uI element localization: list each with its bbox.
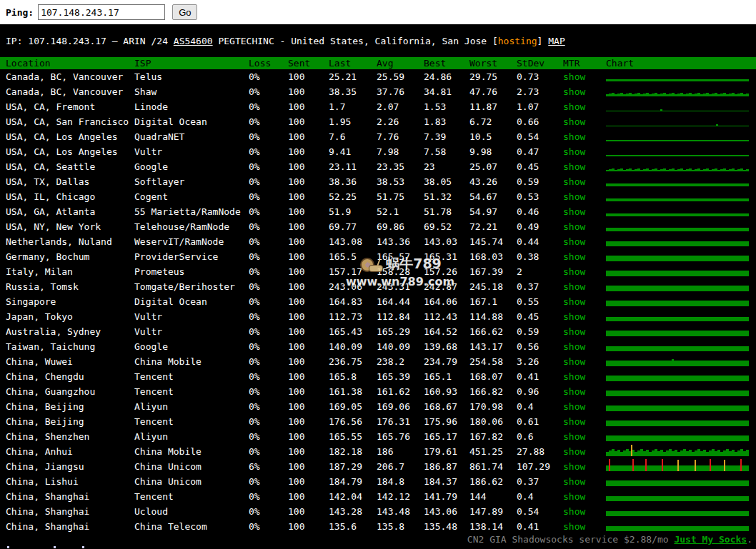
latency-sparkline-chart[interactable] [606,234,756,249]
mtr-show-link[interactable]: show [563,521,585,532]
mtr-show-link[interactable]: show [563,251,585,262]
latency-sparkline-chart[interactable] [606,324,756,339]
table-row: Netherlands, Nuland WeservIT/RamNode 0% … [0,234,756,249]
cell-sent: 100 [288,384,329,399]
just-my-socks-link[interactable]: Just My Socks [674,534,747,545]
mtr-show-link[interactable]: show [563,86,585,97]
latency-sparkline-chart[interactable] [606,99,756,114]
table-header: Location ISP Loss Sent Last Avg Best Wor… [0,57,756,69]
cell-worst: 54.97 [469,204,517,219]
mtr-show-link[interactable]: show [563,296,585,307]
cell-best: 1.53 [424,99,469,114]
mtr-show-link[interactable]: show [563,371,585,382]
latency-sparkline-chart[interactable] [606,294,756,309]
latency-sparkline-chart[interactable] [606,459,756,474]
latency-sparkline-chart[interactable] [606,519,756,534]
latency-sparkline-chart[interactable] [606,444,756,459]
latency-sparkline-chart[interactable] [606,204,756,219]
cell-avg: 161.62 [377,384,424,399]
cell-isp: Cogent [134,189,249,204]
latency-sparkline-chart[interactable] [606,474,756,489]
cell-stdev: 0.37 [517,279,563,294]
latency-sparkline-chart[interactable] [606,369,756,384]
latency-sparkline-chart[interactable] [606,429,756,444]
mtr-show-link[interactable]: show [563,461,585,472]
mtr-show-link[interactable]: show [563,191,585,202]
mtr-show-link[interactable]: show [563,101,585,112]
go-button[interactable]: Go [172,4,197,20]
latency-sparkline-chart[interactable] [606,219,756,234]
col-stdev: StDev [517,57,563,69]
mtr-show-link[interactable]: show [563,221,585,232]
latency-sparkline-chart[interactable] [606,504,756,519]
mtr-show-link[interactable]: show [563,176,585,187]
latency-sparkline-chart[interactable] [606,264,756,279]
latency-sparkline-chart[interactable] [606,309,756,324]
cell-worst: 11.87 [469,99,517,114]
mtr-show-link[interactable]: show [563,491,585,502]
ping-target-input[interactable] [38,4,165,20]
mtr-show-link[interactable]: show [563,431,585,442]
cell-avg: 143.36 [377,234,424,249]
map-link[interactable]: MAP [548,36,564,46]
asn-link[interactable]: AS54600 [174,36,213,46]
mtr-show-link[interactable]: show [563,416,585,427]
mtr-show-link[interactable]: show [563,71,585,82]
latency-sparkline-chart[interactable] [606,189,756,204]
mtr-show-link[interactable]: show [563,161,585,172]
latency-sparkline-chart[interactable] [606,249,756,264]
mtr-show-link[interactable]: show [563,341,585,352]
latency-sparkline-chart[interactable] [606,354,756,369]
mtr-show-link[interactable]: show [563,326,585,337]
mtr-show-link[interactable]: show [563,506,585,517]
cell-location: USA, CA, Los Angeles [6,129,134,144]
cell-sent: 100 [288,129,329,144]
mtr-show-link[interactable]: show [563,281,585,292]
latency-sparkline-chart[interactable] [606,279,756,294]
cell-worst: 43.26 [469,174,517,189]
latency-sparkline-chart[interactable] [606,399,756,414]
latency-sparkline-chart[interactable] [606,84,756,99]
ip-summary-text: IP: 107.148.243.17 – ARIN /24 [6,36,174,46]
latency-sparkline-chart[interactable] [606,489,756,504]
mtr-show-link[interactable]: show [563,311,585,322]
cell-avg: 238.2 [377,354,424,369]
latency-sparkline-chart[interactable] [606,339,756,354]
mtr-show-link[interactable]: show [563,236,585,247]
mtr-show-link[interactable]: show [563,146,585,157]
cell-last: 1.7 [329,99,377,114]
col-avg: Avg [377,57,424,69]
cell-best: 69.52 [424,219,469,234]
latency-sparkline-chart[interactable] [606,174,756,189]
mtr-show-link[interactable]: show [563,206,585,217]
latency-sparkline-chart[interactable] [606,114,756,129]
cell-stdev: 0.55 [517,294,563,309]
mtr-show-link[interactable]: show [563,116,585,127]
mtr-show-link[interactable]: show [563,476,585,487]
cell-stdev: 3.26 [517,354,563,369]
mtr-show-link[interactable]: show [563,266,585,277]
cell-stdev: 0.49 [517,219,563,234]
latency-sparkline-chart[interactable] [606,414,756,429]
cell-stdev: 0.56 [517,339,563,354]
latency-sparkline-chart[interactable] [606,144,756,159]
cell-sent: 100 [288,114,329,129]
cell-avg: 135.8 [377,519,424,534]
mtr-show-link[interactable]: show [563,446,585,457]
cell-isp: Aliyun [134,429,249,444]
col-isp: ISP [134,57,249,69]
mtr-show-link[interactable]: show [563,401,585,412]
cell-worst: 180.06 [469,414,517,429]
cell-sent: 100 [288,219,329,234]
cell-isp: Google [134,339,249,354]
latency-sparkline-chart[interactable] [606,129,756,144]
table-row: Singapore Digital Ocean 0% 100 164.83 16… [0,294,756,309]
mtr-show-link[interactable]: show [563,131,585,142]
mtr-show-link[interactable]: show [563,356,585,367]
cell-isp: Tencent [134,369,249,384]
cell-worst: 186.62 [469,474,517,489]
latency-sparkline-chart[interactable] [606,384,756,399]
mtr-show-link[interactable]: show [563,386,585,397]
latency-sparkline-chart[interactable] [606,69,756,84]
latency-sparkline-chart[interactable] [606,159,756,174]
